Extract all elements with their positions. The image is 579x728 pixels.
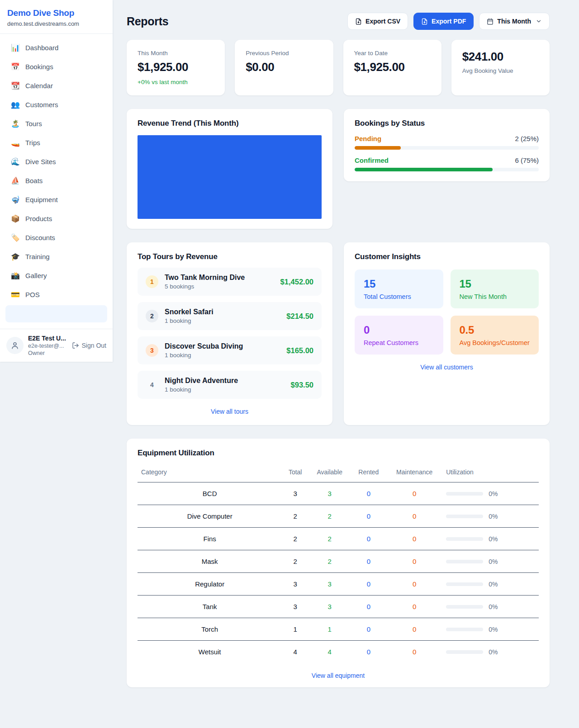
cell-utilization: 0% xyxy=(442,573,539,596)
sign-out-button[interactable]: Sign Out xyxy=(72,342,106,349)
table-row: BCD 3 3 0 0 0% xyxy=(138,482,539,505)
sidebar-item-dive-sites[interactable]: 🌊 Dive Sites xyxy=(5,153,107,170)
sailboat-icon: ⛵ xyxy=(11,176,20,185)
cell-utilization: 0% xyxy=(442,550,539,573)
revenue-trend-title: Revenue Trend (This Month) xyxy=(138,119,322,128)
cell-total: 3 xyxy=(282,596,308,618)
progress-track xyxy=(355,168,539,171)
cell-maintenance: 0 xyxy=(386,482,442,505)
stat-value: $241.00 xyxy=(462,50,539,64)
tour-bookings: 1 booking xyxy=(165,317,214,324)
view-all-customers-link[interactable]: View all customers xyxy=(355,364,539,371)
stat-value: $0.00 xyxy=(246,60,322,74)
cell-category: Mask xyxy=(138,550,282,573)
cell-rented: 0 xyxy=(351,550,386,573)
sidebar: Demo Dive Shop demo.test.divestreams.com… xyxy=(0,0,113,362)
cell-rented: 0 xyxy=(351,618,386,641)
cell-category: BCD xyxy=(138,482,282,505)
cell-total: 4 xyxy=(282,641,308,663)
tile-label: New This Month xyxy=(460,293,530,300)
sidebar-item-equipment[interactable]: 🤿 Equipment xyxy=(5,191,107,208)
graduation-cap-icon: 🎓 xyxy=(11,252,20,261)
tour-name: Snorkel Safari xyxy=(165,308,214,316)
insights-grid: 15 Total Customers 15 New This Month 0 R… xyxy=(355,269,539,355)
table-row: Fins 2 2 0 0 0% xyxy=(138,528,539,550)
cell-category: Torch xyxy=(138,618,282,641)
cell-utilization: 0% xyxy=(442,618,539,641)
export-pdf-label: Export PDF xyxy=(432,18,466,25)
sidebar-item-label: Customers xyxy=(25,101,58,109)
cell-total: 2 xyxy=(282,528,308,550)
sidebar-item-products[interactable]: 📦 Products xyxy=(5,210,107,227)
tour-name: Discover Scuba Diving xyxy=(165,342,243,350)
sidebar-item-calendar[interactable]: 📆 Calendar xyxy=(5,77,107,94)
chevron-down-icon xyxy=(536,18,542,24)
sidebar-item-gallery[interactable]: 📸 Gallery xyxy=(5,267,107,284)
column-header-maintenance: Maintenance xyxy=(386,463,442,482)
list-item: 1 Two Tank Morning Dive 5 bookings $1,45… xyxy=(138,268,322,296)
cell-total: 3 xyxy=(282,482,308,505)
sidebar-item-label: Discounts xyxy=(25,234,55,241)
progress-fill xyxy=(355,168,493,171)
cell-category: Tank xyxy=(138,596,282,618)
tile-value: 15 xyxy=(460,278,530,290)
user-info: E2E Test U... e2e-tester@... Owner xyxy=(28,335,67,356)
cell-rented: 0 xyxy=(351,596,386,618)
customer-insights-title: Customer Insights xyxy=(355,252,539,261)
sidebar-item-boats[interactable]: ⛵ Boats xyxy=(5,172,107,189)
tour-bookings: 1 booking xyxy=(165,352,243,359)
sidebar-item-bookings[interactable]: 📅 Bookings xyxy=(5,58,107,75)
sidebar-item-customers[interactable]: 👥 Customers xyxy=(5,96,107,113)
export-pdf-button[interactable]: Export PDF xyxy=(413,13,474,30)
rank-badge: 1 xyxy=(146,275,158,288)
sidebar-item-tours[interactable]: 🏝️ Tours xyxy=(5,115,107,132)
sidebar-item-discounts[interactable]: 🏷️ Discounts xyxy=(5,229,107,246)
file-download-icon xyxy=(355,18,362,25)
cell-utilization: 0% xyxy=(442,505,539,528)
view-all-equipment-link[interactable]: View all equipment xyxy=(138,672,539,679)
period-label: This Month xyxy=(497,18,531,25)
tour-name: Night Dive Adventure xyxy=(165,377,238,385)
table-row: Mask 2 2 0 0 0% xyxy=(138,550,539,573)
sidebar-item-label: Calendar xyxy=(25,82,53,90)
shop-title: Demo Dive Shop xyxy=(7,8,105,18)
table-row: Regulator 3 3 0 0 0% xyxy=(138,573,539,596)
page-title: Reports xyxy=(127,15,168,28)
top-tours-title: Top Tours by Revenue xyxy=(138,252,322,261)
stat-value: $1,925.00 xyxy=(354,60,431,74)
cell-available: 3 xyxy=(308,482,351,505)
sidebar-item-trips[interactable]: 🚤 Trips xyxy=(5,134,107,151)
sidebar-item-pos[interactable]: 💳 POS xyxy=(5,286,107,303)
sidebar-item-dashboard[interactable]: 📊 Dashboard xyxy=(5,39,107,56)
user-name: E2E Test U... xyxy=(28,335,67,342)
tour-bookings: 5 bookings xyxy=(165,283,245,290)
sidebar-item-training[interactable]: 🎓 Training xyxy=(5,248,107,265)
progress-track xyxy=(355,146,539,150)
cell-category: Fins xyxy=(138,528,282,550)
cell-rented: 0 xyxy=(351,573,386,596)
export-csv-button[interactable]: Export CSV xyxy=(347,13,408,30)
view-all-tours-link[interactable]: View all tours xyxy=(138,408,322,415)
period-dropdown[interactable]: This Month xyxy=(479,13,550,30)
charts-row: Revenue Trend (This Month) Bookings by S… xyxy=(127,109,550,229)
status-row-confirmed: Confirmed 6 (75%) xyxy=(355,156,539,171)
cell-total: 1 xyxy=(282,618,308,641)
revenue-trend-card: Revenue Trend (This Month) xyxy=(127,109,332,229)
cell-maintenance: 0 xyxy=(386,573,442,596)
person-icon xyxy=(10,341,19,350)
insight-tile-avg-bookings: 0.5 Avg Bookings/Customer xyxy=(451,316,539,355)
sign-out-icon xyxy=(72,342,79,349)
stat-label: Previous Period xyxy=(246,50,322,57)
sidebar-item-active-partial[interactable] xyxy=(5,305,107,322)
insight-tile-new-this-month: 15 New This Month xyxy=(451,269,539,308)
stat-label: Avg Booking Value xyxy=(462,67,539,74)
utilization-track xyxy=(446,582,483,586)
dashboard-icon: 📊 xyxy=(11,43,20,52)
stat-card-year-to-date: Year to Date $1,925.00 xyxy=(343,40,441,95)
stat-card-avg-booking-value: $241.00 Avg Booking Value xyxy=(451,40,550,95)
lists-row: Top Tours by Revenue 1 Two Tank Morning … xyxy=(127,242,550,425)
tile-label: Repeat Customers xyxy=(364,339,434,346)
utilization-percent: 0% xyxy=(489,535,498,543)
stat-card-previous-period: Previous Period $0.00 xyxy=(235,40,333,95)
utilization-percent: 0% xyxy=(489,626,498,633)
